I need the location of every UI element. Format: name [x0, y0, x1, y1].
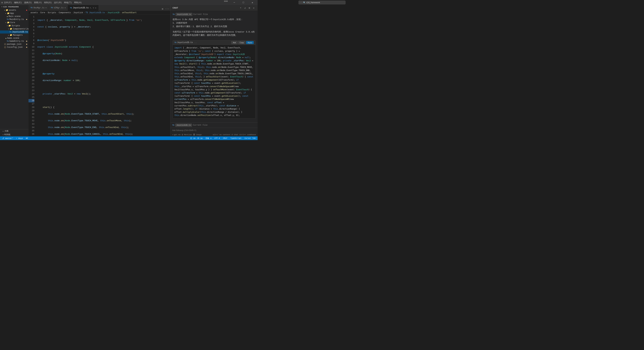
ts-icon: TS — [10, 31, 12, 33]
breadcrumb-item-joystick[interactable]: Joystick — [73, 11, 83, 14]
warning-count[interactable]: ●0 — [25, 137, 28, 139]
ask-button[interactable]: Ask — [231, 41, 237, 44]
sidebar-item-packagejson[interactable]: {} package.json — [0, 43, 28, 46]
sidebar-item-joystick2d[interactable]: TS Joystick2D.ts 4, U — [0, 30, 28, 33]
status-dot — [26, 19, 27, 20]
menu-run[interactable]: 运行(R) — [54, 1, 62, 4]
minimap — [169, 14, 170, 136]
chat-panel: CHAT + ↺ ⊞ ✕ TS Joystick2D.ts Current Fi… — [170, 5, 258, 136]
scene-icon: ◈ — [7, 15, 8, 17]
model-badge[interactable]: ✦ gpt-4o — [172, 134, 180, 136]
sidebar-item-components-joystick[interactable]: ▾ 📁 Components\Joystick — [0, 27, 28, 30]
language-mode[interactable]: TypeScript — [230, 137, 242, 139]
close-button[interactable]: ✕ — [248, 0, 256, 5]
sidebar-item-assets[interactable]: ▾ 📁 assets — [0, 8, 28, 12]
sidebar-item-label: tsconfig.json — [7, 46, 23, 48]
menu-view[interactable]: 查看(V) — [34, 1, 42, 4]
sidebar-item-mainentry[interactable]: TS MainEntry.ts — [0, 18, 28, 21]
chevron-right-icon: ▸ — [3, 134, 4, 136]
error-count[interactable]: ⚡ 69△0 — [16, 137, 24, 139]
chevron-down-icon: ▾ — [5, 22, 6, 24]
ai-mode[interactable]: Cursor Tab — [244, 137, 256, 139]
menu-select[interactable]: 选择(S) — [24, 1, 32, 4]
new-chat-button[interactable]: + — [239, 6, 242, 10]
sidebar-item-timeline[interactable]: ▸ 时间线 — [0, 133, 28, 136]
sidebar-item-label: Managers — [13, 34, 23, 36]
history-button[interactable]: ↺ — [243, 6, 247, 10]
tab-resmgr[interactable]: TS ResMgr.ts ✕ — [28, 5, 49, 11]
breadcrumb-item-class[interactable]: Joystick2D — [108, 11, 120, 14]
breadcrumb-item-method[interactable]: onTouchStart — [122, 11, 136, 14]
chevron-down-icon: ▾ — [8, 28, 9, 30]
tab-label: Joystick2D.ts — [73, 7, 89, 9]
menu-help[interactable]: 帮助(H) — [74, 1, 82, 4]
sidebar-item-core[interactable]: ▾ 📁 Core — [0, 21, 28, 24]
sidebar-item-managers[interactable]: ▸ 📁 Managers — [0, 33, 28, 37]
chat-ai-response: 当然可以！以下是一个实现2D摇杆组件的示例代码，使用Cocos Creator … — [172, 30, 256, 37]
tab-joystick2d[interactable]: TS Joystick2D.ts 4, U ✕ — [68, 5, 98, 11]
line-ending[interactable]: CRLF — [222, 137, 228, 139]
copy-button[interactable]: Copy — [238, 41, 246, 44]
chevron-right-icon: ▸ — [3, 130, 4, 132]
chat-input[interactable] — [172, 129, 256, 131]
mention-button[interactable]: @ Mention — [182, 134, 192, 136]
sidebar-item-app[interactable]: ▸ 📁 App — [0, 12, 28, 15]
image-button[interactable]: 🖼 Image — [193, 134, 202, 136]
chat-code-filename: TS Joystick2D.ts ... — [174, 41, 197, 44]
minimize-button[interactable]: ─ — [230, 0, 238, 5]
split-editor-button[interactable]: ⊞ — [161, 7, 164, 11]
tab-close-uimgr[interactable]: ✕ — [64, 6, 66, 9]
tab-uimgr[interactable]: TS UIMgr.ts ✕ — [49, 5, 68, 11]
menu-file[interactable]: 文件(F) — [4, 1, 12, 4]
ts-icon: TS — [172, 124, 174, 126]
code-content[interactable]: import { _decorator, Component, Node, Ve… — [36, 14, 169, 136]
layout-icons: ⊞⊟⊠ — [224, 0, 228, 5]
tab-close-joystick2d[interactable]: ✕ — [95, 7, 96, 9]
breadcrumb-item-assets[interactable]: assets — [30, 11, 38, 14]
breadcrumb-sep: › — [57, 11, 58, 14]
code-file-label: Joystick2D.ts — [177, 41, 193, 44]
tab-close-resmgr[interactable]: ✕ — [46, 6, 46, 9]
sidebar-item-gamescene[interactable]: ◈ Game.scene — [0, 37, 28, 40]
code-editor[interactable]: 12345 678910 1112131415 1617181920 21222… — [28, 14, 170, 136]
apply-button[interactable]: Apply — [246, 41, 254, 44]
line-numbers: 12345 678910 1112131415 1617181920 21222… — [28, 14, 36, 136]
sidebar-item-scripts[interactable]: ▾ 📁 Scripts — [0, 24, 28, 27]
chat-code-actions: Ask Copy Apply — [231, 41, 254, 44]
breadcrumb-item-file[interactable]: TS Joystick2D.ts — [86, 11, 105, 14]
chat-content: TS Joystick2D.ts Current File 使用ccc 3.8x… — [170, 11, 258, 122]
sidebar-item-label: Main.scene — [8, 15, 21, 17]
sidebar-item-gameentry[interactable]: TS GameEntry.ts — [0, 40, 28, 43]
input-file-badge: Joystick2D.ts — [175, 124, 192, 127]
chat-code-block: TS Joystick2D.ts ... Ask Copy Apply impo… — [172, 40, 256, 118]
breadcrumb-item-scripts[interactable]: Scripts — [48, 11, 56, 14]
close-chat-button[interactable]: ✕ — [252, 6, 256, 10]
git-branch[interactable]: ⎇ master* — [1, 137, 14, 139]
menu-bar: 文件(F) 编辑(E) 选择(S) 查看(V) 转到(G) 运行(R) 终端(T… — [4, 1, 82, 4]
menu-goto[interactable]: 转到(G) — [44, 1, 52, 4]
app-icon: ⊞ — [1, 1, 3, 4]
sidebar-item-label: 时间线 — [4, 133, 10, 136]
breadcrumb-item-core[interactable]: Core — [40, 11, 45, 14]
status-dot — [26, 10, 27, 11]
folder-icon: 📁 — [10, 28, 12, 30]
indent-type[interactable]: 空格 4 — [205, 137, 212, 140]
model-icon: ✦ — [172, 134, 174, 136]
sidebar-item-label: MainEntry.ts — [10, 18, 24, 20]
maximize-button[interactable]: □ — [240, 0, 247, 5]
sidebar-item-mainscene[interactable]: ◈ Main.scene — [0, 15, 28, 18]
sidebar-section-header[interactable]: ▾ C2D FRAMEWORK — [0, 5, 28, 8]
chat-input-box[interactable] — [170, 128, 258, 133]
settings-button[interactable]: ⊞ — [248, 6, 251, 10]
sidebar-item-label: Game.scene — [7, 37, 19, 39]
json-icon: {} — [4, 46, 6, 48]
encoding[interactable]: UTF-8 — [214, 137, 221, 139]
breadcrumb-item-components[interactable]: Components — [59, 11, 71, 14]
menu-terminal[interactable]: 终端(T) — [64, 1, 72, 4]
sidebar-item-tsconfigjson[interactable]: {} tsconfig.json — [0, 46, 28, 49]
cursor-position[interactable]: 行 26，列 10 — [190, 137, 203, 140]
menu-edit[interactable]: 编辑(E) — [14, 1, 22, 4]
sidebar-item-label: Components\Joystick — [13, 28, 28, 30]
sidebar-item-outline[interactable]: ▸ 大纲 — [0, 129, 28, 133]
more-actions-button[interactable]: ··· — [165, 7, 169, 11]
